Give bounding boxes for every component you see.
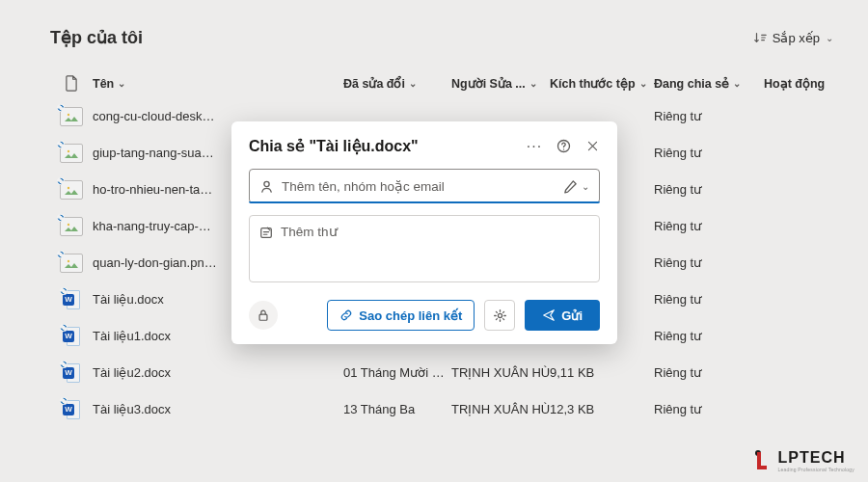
chevron-down-icon: ⌄ — [582, 181, 589, 192]
send-button[interactable]: Gửi — [525, 300, 600, 331]
sync-badge-icon — [57, 104, 65, 112]
chevron-down-icon: ⌄ — [826, 33, 833, 43]
close-button[interactable] — [584, 139, 600, 154]
chevron-down-icon: ⌄ — [529, 78, 537, 89]
col-modified-by[interactable]: Người Sửa ...⌄ — [451, 76, 550, 91]
sync-badge-icon — [57, 141, 65, 148]
gear-icon — [493, 308, 507, 323]
lock-icon — [257, 308, 270, 322]
help-button[interactable] — [556, 139, 571, 154]
chevron-down-icon: ⌄ — [733, 78, 741, 89]
share-settings-button[interactable] — [484, 300, 515, 331]
pencil-icon — [563, 179, 578, 194]
brand-tagline: Leading Professional Technology — [778, 467, 855, 472]
file-modified-by: TRỊNH XUÂN HÙNG — [451, 402, 550, 416]
table-row[interactable]: WTài liệu3.docx13 Tháng BaTRỊNH XUÂN HÙN… — [50, 390, 833, 427]
svg-point-4 — [68, 149, 69, 151]
file-sharing: Riêng tư — [654, 219, 764, 233]
file-modified: 13 Tháng Ba — [343, 402, 451, 416]
file-sharing: Riêng tư — [654, 182, 764, 197]
svg-rect-23 — [259, 314, 267, 320]
send-label: Gửi — [561, 308, 583, 323]
file-sharing: Riêng tư — [654, 292, 764, 307]
svg-point-7 — [68, 186, 69, 188]
brand-logo — [753, 450, 773, 471]
sync-badge-icon — [60, 324, 68, 332]
page-title: Tệp của tôi — [50, 27, 143, 48]
dialog-title: Chia sẻ "Tài liệu.docx" — [249, 137, 419, 155]
brand-name: LPTECH — [778, 449, 855, 467]
message-field[interactable] — [249, 215, 600, 282]
sync-badge-icon — [57, 214, 65, 222]
link-icon — [339, 308, 353, 322]
recipient-input[interactable] — [282, 179, 556, 194]
svg-point-1 — [68, 113, 69, 115]
chevron-down-icon: ⌄ — [409, 78, 417, 89]
more-options-button[interactable]: ··· — [527, 139, 542, 154]
table-header: Tên⌄ Đã sửa đổi⌄ Người Sửa ...⌄ Kích thư… — [50, 69, 833, 97]
share-dialog: Chia sẻ "Tài liệu.docx" ··· ⌄ S — [231, 121, 617, 344]
file-sharing: Riêng tư — [654, 255, 764, 270]
svg-point-10 — [68, 223, 69, 225]
sort-icon — [753, 31, 767, 44]
col-sharing[interactable]: Đang chia sẻ⌄ — [654, 76, 764, 91]
file-modified-by: TRỊNH XUÂN HÙNG — [451, 365, 550, 380]
sync-badge-icon — [60, 361, 68, 368]
link-settings-button[interactable] — [249, 301, 278, 330]
send-icon — [542, 308, 556, 322]
file-sharing: Riêng tư — [654, 146, 764, 160]
file-sharing: Riêng tư — [654, 402, 764, 416]
svg-point-20 — [562, 148, 563, 149]
sort-label: Sắp xếp — [773, 31, 820, 45]
svg-point-13 — [68, 259, 69, 261]
sync-badge-icon — [60, 287, 68, 295]
sort-button[interactable]: Sắp xếp ⌄ — [753, 31, 833, 45]
svg-point-21 — [264, 181, 269, 186]
file-sharing: Riêng tư — [654, 365, 764, 380]
person-icon — [259, 179, 274, 194]
col-modified[interactable]: Đã sửa đổi⌄ — [343, 76, 451, 91]
file-sharing: Riêng tư — [654, 329, 764, 343]
col-size[interactable]: Kích thước tệp⌄ — [550, 76, 654, 91]
copy-link-label: Sao chép liên kết — [359, 308, 462, 323]
note-icon — [259, 226, 273, 240]
copy-link-button[interactable]: Sao chép liên kết — [327, 300, 475, 331]
file-modified: 01 Tháng Mười … — [343, 365, 451, 380]
chevron-down-icon: ⌄ — [639, 78, 647, 89]
col-activity: Hoạt động — [764, 76, 833, 91]
sync-badge-icon — [57, 251, 65, 258]
file-name[interactable]: Tài liệu2.docx — [93, 365, 343, 380]
file-sharing: Riêng tư — [654, 109, 764, 123]
message-input[interactable] — [281, 224, 589, 253]
file-size: 9,11 KB — [550, 365, 654, 380]
sync-badge-icon — [57, 177, 65, 185]
permission-selector[interactable]: ⌄ — [563, 179, 589, 194]
svg-point-24 — [498, 313, 502, 317]
sync-badge-icon — [60, 397, 68, 405]
brand-watermark: LPTECH Leading Professional Technology — [753, 449, 855, 472]
file-header-icon — [65, 75, 78, 92]
file-name[interactable]: Tài liệu3.docx — [93, 402, 343, 416]
chevron-down-icon: ⌄ — [118, 78, 125, 89]
table-row[interactable]: WTài liệu2.docx01 Tháng Mười …TRỊNH XUÂN… — [50, 354, 833, 390]
file-size: 12,3 KB — [550, 402, 654, 416]
col-name[interactable]: Tên⌄ — [93, 77, 343, 91]
recipient-field[interactable]: ⌄ — [249, 169, 600, 203]
